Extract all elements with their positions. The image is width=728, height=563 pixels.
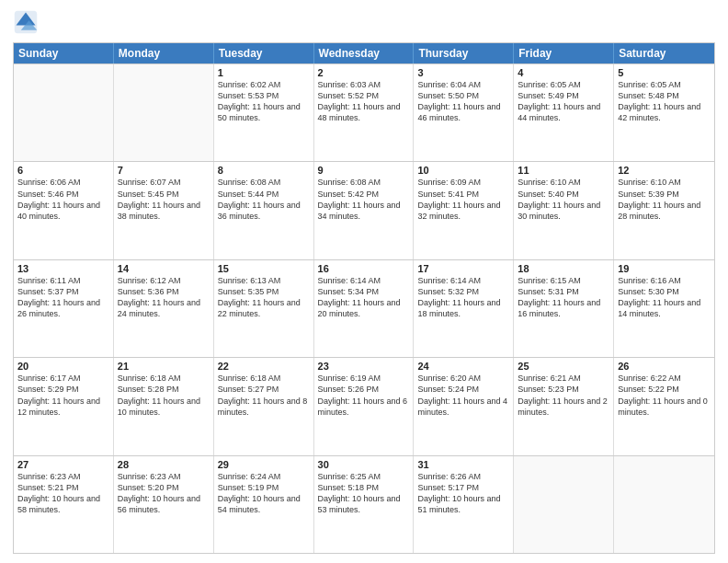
calendar-header-cell: Monday <box>114 43 214 63</box>
day-number: 19 <box>618 263 711 274</box>
calendar-cell: 18Sunrise: 6:15 AM Sunset: 5:31 PM Dayli… <box>514 260 614 357</box>
cell-info: Sunrise: 6:14 AM Sunset: 5:34 PM Dayligh… <box>318 275 410 320</box>
calendar-header-cell: Thursday <box>414 43 514 63</box>
calendar-header-cell: Saturday <box>614 43 714 63</box>
cell-info: Sunrise: 6:03 AM Sunset: 5:52 PM Dayligh… <box>318 79 410 124</box>
day-number: 14 <box>118 263 210 274</box>
cell-info: Sunrise: 6:17 AM Sunset: 5:29 PM Dayligh… <box>17 373 109 418</box>
cell-info: Sunrise: 6:23 AM Sunset: 5:21 PM Dayligh… <box>17 471 109 516</box>
cell-info: Sunrise: 6:05 AM Sunset: 5:48 PM Dayligh… <box>618 79 711 124</box>
logo-icon <box>13 9 39 35</box>
calendar-body: 1Sunrise: 6:02 AM Sunset: 5:53 PM Daylig… <box>14 63 714 553</box>
calendar-cell <box>114 64 214 161</box>
calendar-cell: 5Sunrise: 6:05 AM Sunset: 5:48 PM Daylig… <box>614 64 714 161</box>
cell-info: Sunrise: 6:04 AM Sunset: 5:50 PM Dayligh… <box>417 79 509 124</box>
calendar-cell: 16Sunrise: 6:14 AM Sunset: 5:34 PM Dayli… <box>314 260 415 357</box>
day-number: 13 <box>17 263 109 274</box>
calendar-week: 20Sunrise: 6:17 AM Sunset: 5:29 PM Dayli… <box>14 357 714 454</box>
calendar-cell: 9Sunrise: 6:08 AM Sunset: 5:42 PM Daylig… <box>314 162 415 259</box>
calendar-cell: 19Sunrise: 6:16 AM Sunset: 5:30 PM Dayli… <box>614 260 714 357</box>
day-number: 25 <box>518 361 609 372</box>
cell-info: Sunrise: 6:16 AM Sunset: 5:30 PM Dayligh… <box>618 275 711 320</box>
day-number: 11 <box>518 165 609 176</box>
day-number: 15 <box>218 263 310 274</box>
calendar-cell: 24Sunrise: 6:20 AM Sunset: 5:24 PM Dayli… <box>414 358 514 454</box>
cell-info: Sunrise: 6:06 AM Sunset: 5:46 PM Dayligh… <box>17 177 109 222</box>
day-number: 8 <box>218 165 310 176</box>
calendar-cell: 15Sunrise: 6:13 AM Sunset: 5:35 PM Dayli… <box>214 260 314 357</box>
day-number: 1 <box>218 67 310 78</box>
day-number: 9 <box>318 165 410 176</box>
calendar-cell: 27Sunrise: 6:23 AM Sunset: 5:21 PM Dayli… <box>14 456 114 553</box>
cell-info: Sunrise: 6:14 AM Sunset: 5:32 PM Dayligh… <box>417 275 509 320</box>
calendar-cell: 26Sunrise: 6:22 AM Sunset: 5:22 PM Dayli… <box>614 358 714 454</box>
cell-info: Sunrise: 6:02 AM Sunset: 5:53 PM Dayligh… <box>218 79 310 124</box>
cell-info: Sunrise: 6:09 AM Sunset: 5:41 PM Dayligh… <box>417 177 509 222</box>
calendar-week: 6Sunrise: 6:06 AM Sunset: 5:46 PM Daylig… <box>14 161 714 259</box>
calendar-cell: 29Sunrise: 6:24 AM Sunset: 5:19 PM Dayli… <box>214 456 314 553</box>
calendar-header-cell: Wednesday <box>314 43 415 63</box>
day-number: 29 <box>218 459 310 470</box>
cell-info: Sunrise: 6:26 AM Sunset: 5:17 PM Dayligh… <box>417 471 509 516</box>
day-number: 2 <box>318 67 410 78</box>
day-number: 16 <box>318 263 410 274</box>
calendar-cell <box>614 456 714 553</box>
cell-info: Sunrise: 6:12 AM Sunset: 5:36 PM Dayligh… <box>118 275 210 320</box>
day-number: 18 <box>518 263 609 274</box>
calendar-cell: 21Sunrise: 6:18 AM Sunset: 5:28 PM Dayli… <box>114 358 214 454</box>
calendar-cell: 12Sunrise: 6:10 AM Sunset: 5:39 PM Dayli… <box>614 162 714 259</box>
calendar-cell <box>514 456 614 553</box>
day-number: 31 <box>417 459 509 470</box>
calendar-cell: 17Sunrise: 6:14 AM Sunset: 5:32 PM Dayli… <box>414 260 514 357</box>
calendar-week: 13Sunrise: 6:11 AM Sunset: 5:37 PM Dayli… <box>14 259 714 357</box>
day-number: 22 <box>218 361 310 372</box>
calendar-cell: 4Sunrise: 6:05 AM Sunset: 5:49 PM Daylig… <box>514 64 614 161</box>
day-number: 21 <box>118 361 210 372</box>
cell-info: Sunrise: 6:08 AM Sunset: 5:44 PM Dayligh… <box>218 177 310 222</box>
day-number: 24 <box>417 361 509 372</box>
cell-info: Sunrise: 6:20 AM Sunset: 5:24 PM Dayligh… <box>417 373 509 418</box>
calendar-cell: 1Sunrise: 6:02 AM Sunset: 5:53 PM Daylig… <box>214 64 314 161</box>
calendar: SundayMondayTuesdayWednesdayThursdayFrid… <box>13 42 715 554</box>
cell-info: Sunrise: 6:05 AM Sunset: 5:49 PM Dayligh… <box>518 79 609 124</box>
cell-info: Sunrise: 6:11 AM Sunset: 5:37 PM Dayligh… <box>17 275 109 320</box>
cell-info: Sunrise: 6:21 AM Sunset: 5:23 PM Dayligh… <box>518 373 609 418</box>
day-number: 3 <box>417 67 509 78</box>
calendar-week: 27Sunrise: 6:23 AM Sunset: 5:21 PM Dayli… <box>14 455 714 553</box>
calendar-cell <box>14 64 114 161</box>
day-number: 26 <box>618 361 711 372</box>
calendar-cell: 6Sunrise: 6:06 AM Sunset: 5:46 PM Daylig… <box>14 162 114 259</box>
day-number: 28 <box>118 459 210 470</box>
cell-info: Sunrise: 6:08 AM Sunset: 5:42 PM Dayligh… <box>318 177 410 222</box>
calendar-cell: 13Sunrise: 6:11 AM Sunset: 5:37 PM Dayli… <box>14 260 114 357</box>
calendar-cell: 14Sunrise: 6:12 AM Sunset: 5:36 PM Dayli… <box>114 260 214 357</box>
day-number: 7 <box>118 165 210 176</box>
day-number: 6 <box>17 165 109 176</box>
calendar-cell: 25Sunrise: 6:21 AM Sunset: 5:23 PM Dayli… <box>514 358 614 454</box>
cell-info: Sunrise: 6:25 AM Sunset: 5:18 PM Dayligh… <box>318 471 410 516</box>
calendar-cell: 22Sunrise: 6:18 AM Sunset: 5:27 PM Dayli… <box>214 358 314 454</box>
calendar-header-cell: Friday <box>514 43 614 63</box>
calendar-cell: 10Sunrise: 6:09 AM Sunset: 5:41 PM Dayli… <box>414 162 514 259</box>
cell-info: Sunrise: 6:07 AM Sunset: 5:45 PM Dayligh… <box>118 177 210 222</box>
calendar-cell: 7Sunrise: 6:07 AM Sunset: 5:45 PM Daylig… <box>114 162 214 259</box>
day-number: 4 <box>518 67 609 78</box>
calendar-cell: 3Sunrise: 6:04 AM Sunset: 5:50 PM Daylig… <box>414 64 514 161</box>
day-number: 10 <box>417 165 509 176</box>
day-number: 12 <box>618 165 711 176</box>
logo <box>13 9 42 35</box>
calendar-cell: 23Sunrise: 6:19 AM Sunset: 5:26 PM Dayli… <box>314 358 415 454</box>
page: SundayMondayTuesdayWednesdayThursdayFrid… <box>0 0 728 563</box>
day-number: 27 <box>17 459 109 470</box>
cell-info: Sunrise: 6:18 AM Sunset: 5:27 PM Dayligh… <box>218 373 310 418</box>
day-number: 23 <box>318 361 410 372</box>
cell-info: Sunrise: 6:22 AM Sunset: 5:22 PM Dayligh… <box>618 373 711 418</box>
calendar-cell: 28Sunrise: 6:23 AM Sunset: 5:20 PM Dayli… <box>114 456 214 553</box>
calendar-cell: 31Sunrise: 6:26 AM Sunset: 5:17 PM Dayli… <box>414 456 514 553</box>
cell-info: Sunrise: 6:10 AM Sunset: 5:39 PM Dayligh… <box>618 177 711 222</box>
day-number: 30 <box>318 459 410 470</box>
cell-info: Sunrise: 6:13 AM Sunset: 5:35 PM Dayligh… <box>218 275 310 320</box>
cell-info: Sunrise: 6:15 AM Sunset: 5:31 PM Dayligh… <box>518 275 609 320</box>
calendar-cell: 30Sunrise: 6:25 AM Sunset: 5:18 PM Dayli… <box>314 456 415 553</box>
calendar-cell: 2Sunrise: 6:03 AM Sunset: 5:52 PM Daylig… <box>314 64 415 161</box>
